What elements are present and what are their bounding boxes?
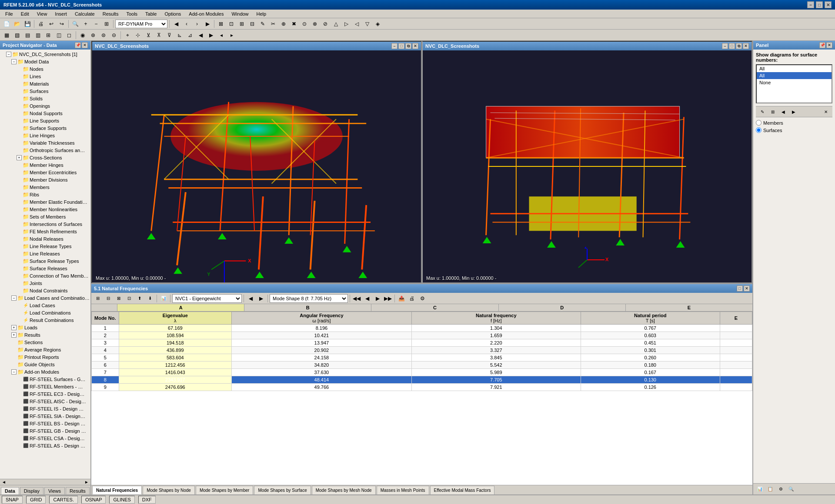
tb2-6[interactable]: ◫ (54, 30, 63, 40)
tree-item-line-releases[interactable]: 📁 Line Releases (0, 250, 90, 257)
menu-results[interactable]: Results (99, 10, 122, 17)
bt-settings[interactable]: ⚙ (418, 294, 427, 303)
tb2-14[interactable]: ⊻ (144, 30, 153, 40)
listbox-item-all-selected[interactable]: All (757, 72, 832, 79)
arrow-right[interactable]: ▶ (203, 19, 212, 29)
t12[interactable]: △ (331, 19, 341, 29)
t16[interactable]: ◈ (373, 19, 382, 29)
tb2-12[interactable]: ⌖ (123, 30, 132, 40)
menu-help[interactable]: Help (253, 10, 270, 17)
t11[interactable]: ⊘ (321, 19, 330, 29)
tree-item-fe-mesh[interactable]: 📁 FE Mesh Refinements (0, 228, 90, 235)
vp2-minimize[interactable]: – (722, 43, 728, 49)
bt-7[interactable]: 📊 (159, 294, 168, 303)
nvc-dropdown[interactable]: NVC1 - Eigengewicht (172, 294, 242, 303)
expand-model-data[interactable]: − (11, 59, 17, 64)
tree-item-sets-members[interactable]: 📁 Sets of Members (0, 213, 90, 220)
tb2-10[interactable]: ⊜ (99, 30, 108, 40)
arrow-left[interactable]: ◀ (171, 19, 181, 29)
vp1-close[interactable]: ✕ (412, 43, 418, 49)
print-btn[interactable]: 🖨 (36, 19, 46, 29)
tb2-9[interactable]: ⊛ (88, 30, 98, 40)
t1[interactable]: ⊠ (216, 19, 226, 29)
tree-item-materials[interactable]: 📁 Materials (0, 80, 90, 87)
menu-options[interactable]: Options (161, 10, 184, 17)
bt-nav-prev[interactable]: ◀ (362, 294, 372, 303)
tb2-19[interactable]: ◀ (196, 30, 205, 40)
t9[interactable]: ⊙ (300, 19, 309, 29)
open-btn[interactable]: 📂 (12, 19, 22, 29)
t5[interactable]: ✎ (258, 19, 267, 29)
menu-insert[interactable]: Insert (51, 10, 70, 17)
nav-pin-btn[interactable]: 📌 (75, 42, 81, 48)
tree-item-sections[interactable]: 📁 Sections (0, 338, 90, 346)
tree-item-line-release-types[interactable]: 📁 Line Release Types (0, 242, 90, 250)
status-snap[interactable]: SNAP (2, 496, 23, 504)
menu-view[interactable]: View (33, 10, 51, 17)
rp-bottom-1[interactable]: 📊 (755, 484, 765, 494)
tree-item-joints[interactable]: 📁 Joints (0, 279, 90, 287)
scroll-left-btn[interactable]: ◄ (2, 480, 6, 484)
tree-item-member-hinges[interactable]: 📁 Member Hinges (0, 161, 90, 169)
tab-effective-modal[interactable]: Effective Modal Mass Factors (430, 486, 495, 494)
bt-print[interactable]: 🖨 (407, 294, 417, 303)
scroll-right-btn[interactable]: ► (84, 480, 89, 484)
tab-masses[interactable]: Masses in Mesh Points (377, 486, 429, 494)
tree-item-load-comb[interactable]: ⚡ Load Combinations (0, 309, 90, 316)
tree-item-surfaces[interactable]: 📁 Surfaces (0, 87, 90, 95)
bt-arrow-left[interactable]: ◀ (246, 294, 255, 303)
arrow-next[interactable]: › (192, 19, 202, 29)
bp-maximize-btn[interactable]: □ (737, 285, 743, 292)
minimize-button[interactable]: – (807, 1, 814, 8)
redo-btn[interactable]: ↪ (57, 19, 67, 29)
tb2-18[interactable]: ⊿ (185, 30, 195, 40)
nav-close-btn[interactable]: ✕ (82, 42, 88, 48)
undo-btn[interactable]: ↩ (47, 19, 56, 29)
tab-mode-shapes-node[interactable]: Mode Shapes by Node (143, 486, 195, 494)
nav-tab-results[interactable]: Results (66, 487, 90, 494)
tree-item-rf-steel-bs[interactable]: ⬛ RF-STEEL BS - Design of steel men... (0, 420, 90, 427)
t10[interactable]: ⊗ (310, 19, 320, 29)
rp-bottom-2[interactable]: 📋 (765, 484, 775, 494)
tree-item-rf-steel-ec3[interactable]: ⬛ RF-STEEL EC3 - Design of steel me... (0, 390, 90, 398)
tree-item-rf-steel-sia[interactable]: ⬛ RF-STEEL SIA - Design of steel mei... (0, 412, 90, 420)
rp-bottom-3[interactable]: ⚙ (776, 484, 785, 494)
radio-members[interactable]: Members (756, 120, 832, 126)
tab-mode-shapes-member[interactable]: Mode Shapes by Member (196, 486, 254, 494)
rp-btn-1[interactable]: ✎ (758, 107, 767, 116)
maximize-button[interactable]: □ (816, 1, 823, 8)
bt-arrow-right[interactable]: ▶ (256, 294, 266, 303)
t3[interactable]: ⊞ (237, 19, 247, 29)
tree-item-ortho[interactable]: 📁 Orthotropic Surfaces and Membra... (0, 146, 90, 154)
tree-item-rf-steel-mem[interactable]: ⬛ RF-STEEL Members - General stres... (0, 383, 90, 390)
tb2-8[interactable]: ◉ (78, 30, 87, 40)
menu-file[interactable]: File (2, 10, 17, 17)
status-grid[interactable]: GRID (26, 496, 46, 504)
status-glines[interactable]: GLINES (109, 496, 134, 504)
nav-tab-data[interactable]: Data (1, 487, 19, 494)
tree-item-connection[interactable]: 📁 Connection of Two Members (0, 272, 90, 279)
addon-select[interactable]: RF-DYNAM Pro (115, 20, 167, 28)
arrow-prev[interactable]: ‹ (182, 19, 191, 29)
t2[interactable]: ⊡ (227, 19, 236, 29)
t6[interactable]: ✂ (268, 19, 278, 29)
tab-natural-freq[interactable]: Natural Frequencies (92, 486, 142, 494)
rp-btn-3[interactable]: ◀ (778, 107, 788, 116)
radio-surfaces[interactable]: Surfaces (756, 127, 832, 133)
tree-item-root[interactable]: − 📁 NVC_DLC_Screenshots [1] (0, 50, 90, 58)
tb2-11[interactable]: ⊝ (109, 30, 119, 40)
save-btn[interactable]: 💾 (23, 19, 32, 29)
t14[interactable]: ◁ (352, 19, 361, 29)
tree-item-members[interactable]: 📁 Members (0, 183, 90, 191)
tb2-1[interactable]: ▦ (2, 30, 11, 40)
tb2-5[interactable]: ⊞ (43, 30, 53, 40)
expand-loads[interactable]: + (11, 325, 17, 330)
menu-edit[interactable]: Edit (17, 10, 33, 17)
bt-nav-first[interactable]: ◀◀ (352, 294, 361, 303)
tree-item-surface-releases[interactable]: 📁 Surface Releases (0, 265, 90, 272)
bt-1[interactable]: ⊞ (93, 294, 103, 303)
t13[interactable]: ▷ (341, 19, 351, 29)
listbox-item-all[interactable]: All (757, 65, 832, 72)
tb2-17[interactable]: ⊾ (175, 30, 184, 40)
bt-nav-last[interactable]: ▶▶ (383, 294, 393, 303)
